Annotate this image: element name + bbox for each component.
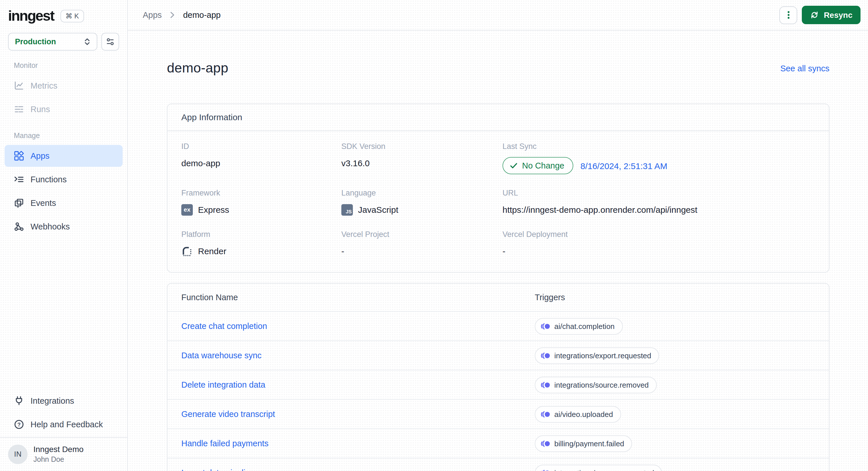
field-value: -	[341, 245, 502, 257]
table-row: Handle failed payments billing/payment.f…	[167, 429, 829, 458]
field-label: SDK Version	[341, 142, 502, 151]
trigger-name: integrations/export.requested	[554, 351, 651, 360]
title-row: demo-app See all syncs	[167, 59, 830, 77]
table-row: Delete integration data integrations/sou…	[167, 370, 829, 399]
functions-table-header: Function Name Triggers	[167, 283, 829, 311]
column-function-name: Function Name	[181, 293, 535, 302]
main-area: Apps demo-app	[128, 0, 868, 471]
trigger-name: billing/payment.failed	[554, 439, 624, 448]
page-title: demo-app	[167, 60, 228, 76]
event-trigger-icon	[540, 410, 550, 418]
field-url: URL https://inngest-demo-app.onrender.co…	[502, 189, 815, 216]
functions-table-card: Function Name Triggers Create chat compl…	[167, 283, 830, 471]
user-menu[interactable]: IN Inngest Demo John Doe	[0, 437, 127, 471]
last-sync-timestamp-link[interactable]: 8/16/2024, 2:51:31 AM	[581, 161, 668, 170]
command-key-icon: ⌘ K	[66, 12, 79, 19]
function-link[interactable]: Import data pipeline	[181, 468, 535, 471]
resync-label: Resync	[824, 10, 852, 20]
apps-icon	[14, 151, 24, 161]
command-k-shortcut[interactable]: ⌘ K	[60, 9, 84, 22]
more-options-icon	[784, 10, 792, 20]
trigger-name: ai/chat.completion	[554, 322, 615, 330]
sidebar-item-label: Help and Feedback	[31, 420, 103, 429]
sidebar-item-functions[interactable]: Functions	[5, 168, 123, 190]
field-label: Vercel Deployment	[502, 230, 815, 239]
sidebar-item-help[interactable]: ? Help and Feedback	[5, 413, 123, 435]
viewport: inngest ⌘ K Production	[0, 0, 868, 471]
field-label: Platform	[181, 230, 341, 239]
sidebar-item-events[interactable]: Events	[5, 192, 123, 214]
inngest-logo[interactable]: inngest	[8, 9, 54, 23]
field-vercel-deployment: Vercel Deployment -	[502, 230, 815, 257]
metrics-icon	[14, 80, 24, 91]
function-link[interactable]: Generate video transcript	[181, 409, 535, 419]
check-icon	[510, 163, 518, 169]
trigger-name: integrations/source.removed	[554, 380, 649, 389]
sidebar-item-webhooks[interactable]: Webhooks	[5, 216, 123, 237]
no-change-label: No Change	[522, 161, 564, 170]
environment-filter-button[interactable]	[101, 33, 119, 51]
sidebar-bottom-group: Integrations ? Help and Feedback	[5, 390, 123, 437]
field-value: Render	[181, 245, 341, 257]
table-row: Create chat completion ai/chat.completio…	[167, 311, 829, 340]
trigger-pill: billing/payment.failed	[535, 435, 632, 452]
nav-section-manage: Manage	[5, 122, 123, 145]
sidebar-item-label: Events	[31, 198, 56, 208]
app-information-grid: ID demo-app SDK Version v3.16.0 Last Syn…	[167, 131, 829, 272]
trigger-name: ai/video.uploaded	[554, 410, 613, 418]
sidebar-item-integrations[interactable]: Integrations	[5, 390, 123, 412]
runs-icon	[14, 104, 24, 114]
function-link[interactable]: Create chat completion	[181, 322, 535, 331]
sidebar-item-label: Webhooks	[31, 222, 70, 231]
field-value: demo-app	[181, 157, 341, 169]
environment-selector[interactable]: Production	[8, 33, 97, 51]
no-change-badge: No Change	[502, 157, 574, 174]
function-link[interactable]: Delete integration data	[181, 380, 535, 389]
table-row: Data warehouse sync integrations/export.…	[167, 340, 829, 370]
chevrons-up-down-icon	[83, 37, 92, 46]
field-value: ex Express	[181, 204, 341, 216]
field-vercel-project: Vercel Project -	[341, 230, 502, 257]
event-trigger-icon	[540, 352, 550, 359]
top-bar: Apps demo-app	[128, 0, 868, 31]
sidebar-item-apps[interactable]: Apps	[5, 145, 123, 167]
framework-name: Express	[198, 205, 229, 214]
function-link[interactable]: Data warehouse sync	[181, 351, 535, 360]
topbar-actions: Resync	[779, 6, 861, 24]
field-label: Last Sync	[502, 142, 815, 151]
sync-icon	[810, 10, 819, 20]
field-value: v3.16.0	[341, 157, 502, 169]
resync-button[interactable]: Resync	[802, 6, 861, 24]
function-link[interactable]: Handle failed payments	[181, 439, 535, 448]
javascript-icon: JS	[341, 204, 353, 215]
breadcrumb-current: demo-app	[183, 10, 221, 20]
sidebar-item-runs[interactable]: Runs	[5, 98, 123, 120]
field-sdk-version: SDK Version v3.16.0	[341, 142, 502, 174]
table-row: Import data pipeline integrations/source…	[167, 458, 829, 471]
webhooks-icon	[14, 222, 24, 232]
sidebar-item-metrics[interactable]: Metrics	[5, 75, 123, 97]
sidebar-nav: Monitor Metrics	[0, 52, 127, 437]
environment-name: Production	[15, 37, 56, 46]
event-trigger-icon	[540, 381, 550, 389]
see-all-syncs-link[interactable]: See all syncs	[780, 64, 830, 73]
sidebar: inngest ⌘ K Production	[0, 0, 128, 471]
sidebar-item-label: Metrics	[31, 81, 57, 90]
events-icon	[14, 198, 24, 208]
user-info: Inngest Demo John Doe	[33, 444, 84, 464]
user-name: John Doe	[33, 455, 84, 464]
environment-row: Production	[0, 28, 127, 52]
breadcrumb: Apps demo-app	[143, 10, 221, 20]
sidebar-item-label: Runs	[31, 105, 50, 114]
language-name: JavaScript	[358, 205, 398, 214]
breadcrumb-apps-link[interactable]: Apps	[143, 10, 162, 20]
platform-name: Render	[198, 246, 226, 256]
trigger-pill: integrations/source.connected	[535, 464, 662, 471]
page-content: demo-app See all syncs App Information I…	[128, 31, 868, 471]
field-value: JS JavaScript	[341, 204, 502, 216]
field-platform: Platform R	[181, 230, 341, 257]
more-options-button[interactable]	[779, 6, 797, 24]
express-icon: ex	[181, 204, 193, 215]
field-label: Vercel Project	[341, 230, 502, 239]
event-trigger-icon	[540, 469, 550, 471]
